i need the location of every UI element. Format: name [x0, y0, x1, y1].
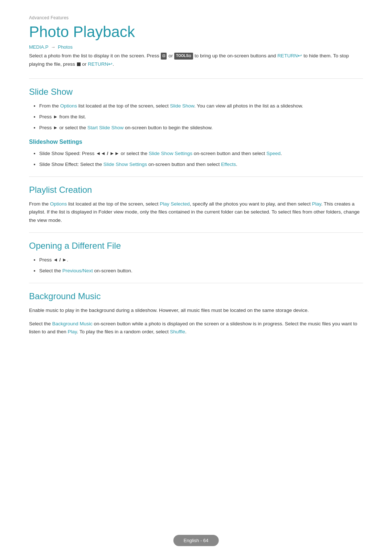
nav-path: MEDIA.P → Photos	[29, 44, 363, 50]
play-link-2: Play	[68, 329, 77, 334]
options-link-2: Options	[50, 201, 67, 207]
nav-arrow: →	[51, 44, 56, 50]
page-title: Photo Playback	[29, 23, 363, 41]
bullet-item: Press ► or select the Start Slide Show o…	[39, 124, 363, 132]
left-right-symbol: ◄ / ►	[53, 257, 67, 263]
slide-show-link: Slide Show	[170, 103, 194, 109]
background-music-para-2: Select the Background Music on-screen bu…	[29, 320, 363, 336]
arrow-right-symbol: ►	[53, 114, 58, 119]
return-icon-2: RETURN↩	[88, 61, 113, 67]
play-selected-link: Play Selected	[160, 201, 190, 207]
slide-show-settings-link-2: Slide Show Settings	[103, 162, 147, 167]
bullet-item: Press ◄ / ►.	[39, 256, 363, 264]
opening-file-bullets: Press ◄ / ►. Select the Previous/Next on…	[39, 256, 363, 275]
background-music-link: Background Music	[52, 321, 93, 326]
options-link-1: Options	[60, 103, 77, 109]
section-opening-file: Opening a Different File Press ◄ / ►. Se…	[29, 241, 363, 275]
media-icon: ⊡	[161, 53, 167, 60]
section-playlist-creation: Playlist Creation From the Options list …	[29, 185, 363, 224]
section-background-music: Background Music Enable music to play in…	[29, 291, 363, 336]
nav-start: MEDIA.P	[29, 44, 48, 50]
nav-end: Photos	[58, 44, 72, 50]
divider-2	[29, 176, 363, 177]
bullet-item: Press ► from the list.	[39, 113, 363, 121]
background-music-para-1: Enable music to play in the background d…	[29, 306, 363, 314]
divider-4	[29, 283, 363, 283]
intro-paragraph: Select a photo from the list to display …	[29, 52, 363, 68]
shuffle-link: Shuffle	[170, 329, 185, 334]
footer-label: English - 64	[184, 538, 209, 543]
previous-next-link: Previous/Next	[62, 268, 93, 273]
opening-file-title: Opening a Different File	[29, 241, 363, 251]
start-slide-show-link: Start Slide Show	[87, 125, 124, 130]
page-container: Advanced Features Photo Playback MEDIA.P…	[0, 0, 392, 370]
play-link-1: Play	[312, 201, 321, 207]
return-icon-1: RETURN↩	[277, 53, 302, 58]
background-music-title: Background Music	[29, 291, 363, 301]
playlist-paragraph: From the Options list located at the top…	[29, 200, 363, 224]
slide-show-bullets: From the Options list located at the top…	[39, 102, 363, 132]
stop-icon	[77, 62, 81, 66]
arrow-right-symbol-2: ►	[53, 125, 58, 130]
effects-link: Effects	[221, 162, 236, 167]
bullet-item: From the Options list located at the top…	[39, 102, 363, 110]
tools-icon: TOOLS⊡	[174, 53, 193, 60]
divider-3	[29, 232, 363, 233]
bullet-item: Select the Previous/Next on-screen butto…	[39, 267, 363, 275]
section-slide-show: Slide Show From the Options list located…	[29, 87, 363, 168]
divider-1	[29, 78, 363, 79]
playlist-creation-title: Playlist Creation	[29, 185, 363, 195]
slide-show-title: Slide Show	[29, 87, 363, 97]
breadcrumb: Advanced Features	[29, 15, 363, 20]
bullet-item: Slide Show Effect: Select the Slide Show…	[39, 160, 363, 168]
speed-link: Speed	[266, 151, 281, 156]
page-footer: English - 64	[173, 535, 219, 546]
slideshow-settings-bullets: Slide Show Speed: Press ◄◄ / ►► or selec…	[39, 150, 363, 169]
slideshow-settings-title: Slideshow Settings	[29, 139, 363, 145]
slide-show-settings-link-1: Slide Show Settings	[149, 151, 192, 156]
breadcrumb-text: Advanced Features	[29, 15, 69, 20]
rewind-ff-symbol: ◄◄ / ►►	[96, 151, 119, 156]
bullet-item: Slide Show Speed: Press ◄◄ / ►► or selec…	[39, 150, 363, 158]
